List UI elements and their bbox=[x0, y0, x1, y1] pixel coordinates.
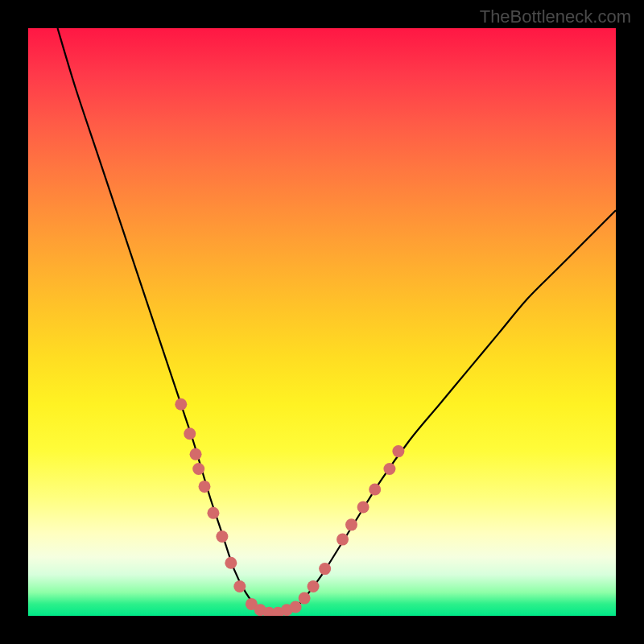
marker-point bbox=[184, 427, 196, 440]
marker-point bbox=[319, 563, 331, 575]
marker-point bbox=[369, 484, 381, 496]
marker-point bbox=[199, 481, 211, 493]
marker-point bbox=[299, 592, 311, 605]
marker-point bbox=[392, 445, 404, 457]
chart-svg bbox=[28, 28, 616, 616]
marker-point bbox=[308, 580, 320, 592]
marker-point bbox=[233, 580, 246, 592]
marker-point bbox=[357, 501, 369, 513]
marker-point bbox=[345, 518, 357, 530]
marker-point bbox=[190, 448, 202, 460]
marker-point bbox=[175, 398, 187, 411]
plot-area bbox=[28, 28, 616, 616]
marker-point bbox=[336, 534, 349, 546]
marker-point bbox=[225, 557, 237, 569]
marker-point bbox=[290, 601, 302, 613]
watermark-text: TheBottleneck.com bbox=[480, 6, 631, 27]
marker-point bbox=[216, 530, 228, 543]
marker-point bbox=[192, 463, 204, 475]
marker-group bbox=[175, 398, 404, 616]
bottleneck-curve bbox=[58, 28, 617, 613]
marker-point bbox=[207, 507, 219, 519]
marker-point bbox=[383, 463, 395, 475]
